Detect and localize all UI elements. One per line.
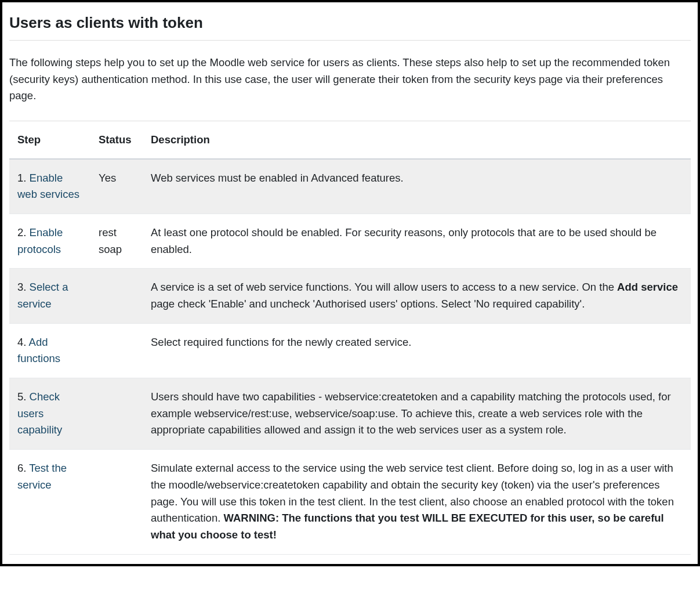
step-cell: 5. Check users capability — [9, 378, 90, 450]
table-row: 1. Enable web services Yes Web services … — [9, 159, 691, 214]
desc-bold: WARNING: The functions that you test WIL… — [151, 512, 664, 541]
desc-text: Select required functions for the newly … — [151, 336, 411, 348]
desc-text: A service is a set of web service functi… — [151, 281, 617, 293]
table-row: 2. Enable protocols rest soap At least o… — [9, 214, 691, 269]
step-cell: 1. Enable web services — [9, 159, 90, 214]
table-row: 3. Select a service A service is a set o… — [9, 269, 691, 323]
desc-text: At least one protocol should be enabled.… — [151, 226, 657, 255]
step-cell: 3. Select a service — [9, 269, 90, 323]
description-cell: A service is a set of web service functi… — [143, 269, 691, 323]
description-cell: At least one protocol should be enabled.… — [143, 214, 691, 269]
desc-text: Users should have two capabilities - web… — [151, 390, 671, 436]
status-cell — [90, 269, 143, 323]
table-row: 5. Check users capability Users should h… — [9, 378, 691, 450]
steps-table: Step Status Description 1. Enable web se… — [9, 121, 691, 555]
step-number: 4. — [17, 336, 29, 348]
status-cell: Yes — [90, 159, 143, 214]
table-row: 6. Test the service Simulate external ac… — [9, 450, 691, 554]
page-title: Users as clients with token — [9, 12, 691, 41]
status-cell — [90, 323, 143, 378]
step-cell: 6. Test the service — [9, 450, 90, 554]
description-cell: Web services must be enabled in Advanced… — [143, 159, 691, 214]
step-number: 3. — [17, 281, 30, 293]
intro-paragraph: The following steps help you to set up t… — [9, 55, 691, 104]
desc-bold: Add service — [617, 281, 678, 293]
desc-text-post: page check 'Enable' and uncheck 'Authori… — [151, 298, 585, 310]
step-number: 1. — [17, 172, 30, 184]
step-number: 5. — [17, 390, 30, 403]
col-header-status: Status — [90, 121, 143, 159]
step-number: 2. — [17, 226, 30, 238]
status-cell — [90, 450, 143, 554]
description-cell: Select required functions for the newly … — [143, 323, 691, 378]
description-cell: Simulate external access to the service … — [143, 450, 691, 554]
step-number: 6. — [17, 462, 29, 474]
desc-text: Web services must be enabled in Advanced… — [151, 172, 404, 184]
step-cell: 4. Add functions — [9, 323, 90, 378]
table-row: 4. Add functions Select required functio… — [9, 323, 691, 378]
status-cell — [90, 378, 143, 450]
col-header-description: Description — [143, 121, 691, 159]
col-header-step: Step — [9, 121, 90, 159]
description-cell: Users should have two capabilities - web… — [143, 378, 691, 450]
step-cell: 2. Enable protocols — [9, 214, 90, 269]
status-cell: rest soap — [90, 214, 143, 269]
